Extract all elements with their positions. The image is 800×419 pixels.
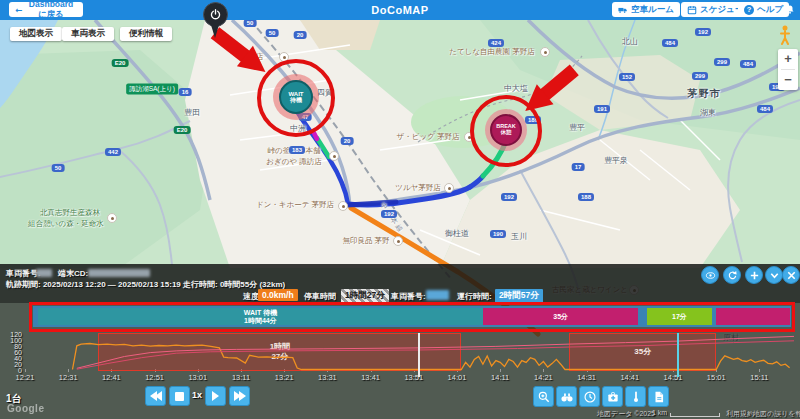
plus-icon (749, 270, 760, 281)
time-tick-mark (673, 369, 674, 372)
rewind-button[interactable] (145, 386, 166, 406)
help-icon: ? (744, 5, 754, 15)
thermometer-icon (629, 390, 643, 404)
time-tick-mark (716, 369, 717, 372)
temperature-button[interactable] (625, 386, 646, 407)
map-display-button[interactable]: 地図表示 (10, 27, 62, 41)
time-tick-mark (371, 369, 372, 372)
refresh-icon (727, 270, 738, 281)
speed-value: 0.0km/h (258, 289, 298, 301)
vacant-truck-room-button[interactable]: 空車ルーム (612, 2, 680, 17)
timeline-segment[interactable]: 17分 (647, 308, 712, 325)
time-tick-label: 12:51 (145, 373, 164, 382)
stop-button[interactable] (169, 386, 190, 406)
time-tick-label: 13:41 (361, 373, 380, 382)
search-vehicle-button[interactable] (556, 386, 577, 407)
poi-icon (444, 183, 454, 193)
terminal-cd-label: 端末CD: (58, 268, 88, 279)
help-button[interactable]: ? ヘルプ (738, 2, 789, 17)
collapse-button[interactable] (765, 266, 783, 284)
fast-forward-button[interactable] (229, 386, 250, 406)
time-tick-mark (284, 369, 285, 372)
help-label: ヘルプ (757, 4, 783, 16)
status-timeline[interactable]: WAIT 待機1時間44分35分17分 (33, 306, 791, 327)
refresh-button[interactable] (723, 266, 741, 284)
time-tick-mark (241, 369, 242, 372)
redacted-vehicle-number-2 (426, 290, 449, 300)
time-tick-mark (198, 369, 199, 372)
redacted-vehicle-number (36, 269, 52, 277)
power-off-pin[interactable] (203, 2, 228, 27)
y-axis-label: 60 (2, 349, 22, 356)
time-tick-label: 13:11 (232, 373, 250, 382)
truck-icon (618, 5, 628, 15)
graph-cursor-line (677, 333, 679, 377)
close-button[interactable] (782, 266, 800, 284)
poi-icon (107, 213, 117, 223)
time-tick-mark (759, 369, 760, 372)
map-zoom-control: + − (778, 49, 798, 90)
stop-time-label: 停車時間 (304, 291, 336, 302)
visibility-button[interactable] (701, 266, 719, 284)
poi-icon (540, 47, 550, 57)
runtime-value: 2時間57分 (495, 289, 543, 303)
time-tick-mark (587, 369, 588, 372)
track-period-line: 軌跡期間: 2025/02/13 12:20 — 2025/02/13 15:1… (6, 279, 285, 290)
time-tick-label: 15:11 (750, 373, 768, 382)
add-button[interactable] (745, 266, 763, 284)
google-watermark: Google (7, 403, 44, 414)
series-speed (73, 344, 790, 370)
clock-icon (583, 390, 597, 404)
magnifier-plus-icon (537, 390, 551, 404)
csv-export-button[interactable] (648, 386, 669, 407)
time-tick-label: 13:21 (275, 373, 294, 382)
zoom-out-button[interactable]: − (778, 70, 798, 90)
app-title: DoCoMAP (0, 4, 800, 16)
timeline-segment[interactable] (716, 308, 789, 325)
stop-region: 1時間27分 (98, 333, 461, 371)
time-tick-mark (500, 369, 501, 372)
vehicle-display-button[interactable]: 車両表示 (62, 27, 114, 41)
close-icon (786, 270, 797, 281)
graph-cursor-line (418, 333, 420, 377)
map-data-copyright: 地図データ ©2025 (597, 409, 655, 419)
diagnostics-button[interactable] (602, 386, 623, 407)
calendar-icon (687, 5, 697, 15)
time-tick-mark (68, 369, 69, 372)
y-axis-label: 120 (2, 331, 22, 338)
redacted-terminal-cd (88, 269, 150, 277)
app-header: ← Dashboardに戻る DoCoMAP 空車ルーム スケジュール ? ヘル… (0, 0, 800, 20)
route-navy-overlap (348, 202, 396, 205)
report-map-error-link[interactable]: 地図の誤りを報告する (753, 409, 800, 419)
binoculars-icon (560, 390, 574, 404)
y-axis-label: 0 (2, 367, 22, 374)
poi-icon (329, 151, 339, 161)
play-button[interactable] (205, 386, 226, 406)
time-search-button[interactable] (579, 386, 600, 407)
zoom-in-button[interactable]: + (778, 49, 798, 69)
bell-icon[interactable] (784, 3, 796, 17)
vehicle-number-label-2: 車両番号: (391, 291, 426, 302)
scale-label: 1 km (652, 409, 667, 416)
time-tick-label: 14:41 (620, 373, 639, 382)
terms-link[interactable]: 利用規約 (726, 409, 754, 419)
series-sensor-b (77, 341, 794, 369)
time-tick-label: 13:31 (318, 373, 337, 382)
zoom-search-button[interactable] (533, 386, 554, 407)
timeline-segment[interactable]: WAIT 待機1時間44分 (38, 308, 483, 325)
stop-region: 35分 (569, 333, 716, 371)
chevron-down-icon (769, 270, 780, 281)
time-tick-mark (25, 369, 26, 372)
y-axis-label: 40 (2, 355, 22, 362)
useful-info-button[interactable]: 便利情報 (120, 27, 172, 41)
docomap-window: 北山茅野市湖東中大塩豊平豊平泉玉川御柱道中洲豊田四賀原村中央本線たてしな自由農園… (0, 0, 800, 419)
time-tick-label: 15:01 (707, 373, 726, 382)
time-tick-mark (543, 369, 544, 372)
time-tick-label: 14:21 (534, 373, 553, 382)
time-tick-label: 14:01 (448, 373, 467, 382)
pegman-icon[interactable] (779, 25, 791, 45)
time-tick-label: 14:11 (491, 373, 509, 382)
poi-icon (338, 201, 348, 211)
timeline-segment[interactable]: 35分 (483, 308, 639, 325)
csv-file-icon (652, 390, 666, 404)
